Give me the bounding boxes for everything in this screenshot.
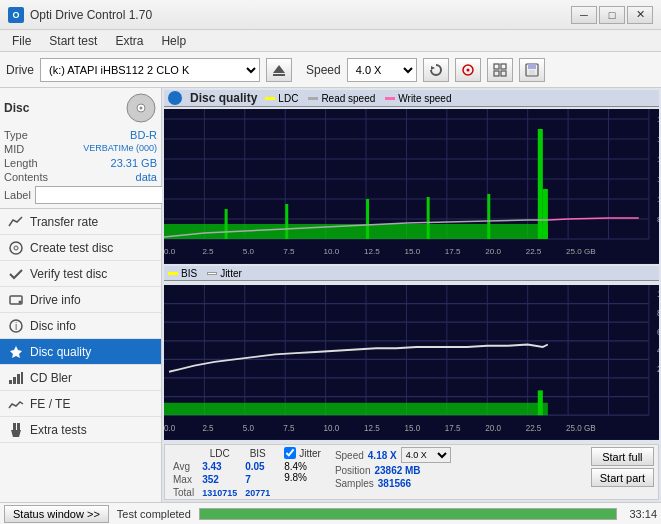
- svg-rect-24: [9, 380, 12, 384]
- svg-text:0.0: 0.0: [164, 423, 175, 434]
- menu-file[interactable]: File: [4, 32, 39, 50]
- bis-col-header: BIS: [241, 447, 274, 460]
- svg-text:10%: 10%: [657, 289, 659, 300]
- svg-marker-0: [273, 65, 285, 73]
- lower-legend: BIS Jitter: [168, 268, 242, 279]
- svg-text:2.5: 2.5: [202, 247, 214, 256]
- svg-rect-8: [501, 71, 506, 76]
- status-window-button[interactable]: Status window >>: [4, 505, 109, 523]
- disc-button[interactable]: [455, 58, 481, 82]
- read-speed-color: [308, 97, 318, 100]
- svg-point-17: [10, 242, 22, 254]
- drive-info-icon: [8, 292, 24, 308]
- svg-text:25.0 GB: 25.0 GB: [566, 423, 596, 434]
- svg-text:18X: 18X: [657, 115, 659, 124]
- svg-rect-31: [164, 109, 659, 264]
- upper-chart: 400 350 300 250 200 150 100 18X 16X 14X …: [164, 109, 659, 264]
- eject-button[interactable]: [266, 58, 292, 82]
- status-bar: Status window >> Test completed 33:14: [0, 502, 661, 524]
- speed-select[interactable]: 4.0 X: [347, 58, 417, 82]
- sidebar-item-disc-info[interactable]: i Disc info: [0, 313, 161, 339]
- chart-legend: LDC Read speed Write speed: [265, 93, 451, 104]
- svg-rect-77: [285, 204, 288, 239]
- start-part-button[interactable]: Start part: [591, 468, 654, 487]
- svg-text:15.0: 15.0: [404, 247, 420, 256]
- sidebar-item-verify-test-disc[interactable]: Verify test disc: [0, 261, 161, 287]
- speed-val: 4.18 X: [368, 450, 397, 461]
- sidebar-item-disc-quality[interactable]: Disc quality: [0, 339, 161, 365]
- sidebar-item-transfer-rate[interactable]: Transfer rate: [0, 209, 161, 235]
- svg-rect-80: [487, 194, 490, 239]
- fe-te-icon: [8, 396, 24, 412]
- svg-text:6%: 6%: [657, 326, 659, 337]
- speed-position-section: Speed 4.18 X 4.0 X Position 23862 MB Sam…: [331, 447, 455, 497]
- menu-help[interactable]: Help: [153, 32, 194, 50]
- jitter-checkbox[interactable]: [284, 447, 296, 459]
- settings-button[interactable]: [487, 58, 513, 82]
- app-icon: O: [8, 7, 24, 23]
- sidebar-item-fe-te[interactable]: FE / TE: [0, 391, 161, 417]
- svg-text:0.0: 0.0: [164, 247, 176, 256]
- stats-section: LDC BIS Avg 3.43 0.05 Max 352 7 Total 13…: [164, 444, 659, 500]
- svg-text:20.0: 20.0: [485, 423, 501, 434]
- drive-select[interactable]: (k:) ATAPI iHBS112 2 CLO K: [40, 58, 260, 82]
- svg-rect-28: [13, 423, 16, 430]
- svg-rect-7: [494, 71, 499, 76]
- extra-tests-icon: [8, 422, 24, 438]
- svg-rect-10: [528, 64, 536, 69]
- menu-extra[interactable]: Extra: [107, 32, 151, 50]
- svg-text:10.0: 10.0: [324, 423, 340, 434]
- jitter-section: Jitter 8.4% 9.8%: [278, 447, 327, 497]
- right-panel: Disc quality LDC Read speed Write speed: [162, 88, 661, 502]
- sidebar-item-cd-bler[interactable]: CD Bler: [0, 365, 161, 391]
- speed-display-select[interactable]: 4.0 X: [401, 447, 451, 463]
- refresh-button[interactable]: [423, 58, 449, 82]
- svg-rect-27: [21, 372, 23, 384]
- sidebar-item-extra-tests[interactable]: Extra tests: [0, 417, 161, 443]
- max-row-label: Max: [169, 473, 198, 486]
- svg-text:17.5: 17.5: [445, 423, 461, 434]
- svg-text:5.0: 5.0: [243, 247, 255, 256]
- svg-text:12X: 12X: [657, 175, 659, 184]
- svg-rect-83: [164, 285, 659, 440]
- svg-rect-82: [543, 189, 548, 239]
- save-button[interactable]: [519, 58, 545, 82]
- jitter-color: [207, 272, 217, 275]
- chart-title: Disc quality: [190, 91, 257, 105]
- drive-label: Drive: [6, 63, 34, 77]
- sidebar-item-create-test-disc[interactable]: Create test disc: [0, 235, 161, 261]
- svg-point-20: [19, 300, 22, 303]
- close-button[interactable]: ✕: [627, 6, 653, 24]
- legend-jitter: Jitter: [207, 268, 242, 279]
- speed-col-label: Speed: [335, 450, 364, 461]
- write-speed-color: [385, 97, 395, 100]
- svg-text:8X: 8X: [657, 215, 659, 224]
- mid-key: MID: [4, 143, 24, 155]
- avg-row-label: Avg: [169, 460, 198, 473]
- start-buttons: Start full Start part: [591, 447, 654, 497]
- bis-avg-val: 0.05: [241, 460, 274, 473]
- svg-text:4%: 4%: [657, 344, 659, 355]
- maximize-button[interactable]: □: [599, 6, 625, 24]
- svg-text:16X: 16X: [657, 135, 659, 144]
- svg-rect-127: [538, 390, 543, 415]
- svg-rect-81: [538, 129, 543, 239]
- svg-text:8%: 8%: [657, 307, 659, 318]
- svg-rect-5: [494, 64, 499, 69]
- svg-text:22.5: 22.5: [526, 423, 542, 434]
- upper-chart-svg: 400 350 300 250 200 150 100 18X 16X 14X …: [164, 109, 659, 264]
- svg-point-18: [14, 246, 18, 250]
- sidebar-item-drive-info[interactable]: Drive info: [0, 287, 161, 313]
- minimize-button[interactable]: ─: [571, 6, 597, 24]
- label-input[interactable]: [35, 186, 168, 204]
- menu-start-test[interactable]: Start test: [41, 32, 105, 50]
- legend-ldc: LDC: [265, 93, 298, 104]
- cd-bler-icon: [8, 370, 24, 386]
- disc-section: Disc Type BD-R MID VERBATIMe (000) Lengt…: [0, 88, 161, 209]
- ldc-max-val: 352: [198, 473, 241, 486]
- start-full-button[interactable]: Start full: [591, 447, 654, 466]
- svg-rect-79: [427, 197, 430, 239]
- mid-val: VERBATIMe (000): [83, 143, 157, 155]
- type-key: Type: [4, 129, 28, 141]
- total-row-label: Total: [169, 486, 198, 499]
